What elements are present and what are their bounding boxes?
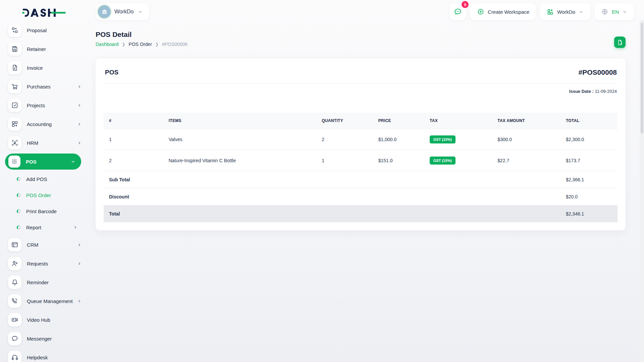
summary-label: Discount <box>104 188 560 205</box>
sidebar: ProposalRetainerInvoicePurchasesProjects… <box>0 20 88 362</box>
chevron-right-icon <box>77 122 82 127</box>
sidebar-item-label: HRM <box>27 140 77 146</box>
chat-bubble-icon <box>453 7 462 16</box>
scrollbar-thumb[interactable] <box>641 23 643 133</box>
page-scrollbar[interactable] <box>640 20 644 362</box>
sidebar-subitem-report[interactable]: Report <box>0 219 88 235</box>
sidebar-item-invoice[interactable]: Invoice <box>0 58 88 77</box>
issue-date: Issue Date : 11-09-2024 <box>104 89 618 94</box>
create-workspace-label: Create Workspace <box>488 9 529 15</box>
sidebar-item-label: Reminder <box>27 280 82 285</box>
column-header: QUANTITY <box>316 113 373 129</box>
message-bubble-icon <box>11 335 18 342</box>
column-header: TAX AMOUNT <box>492 113 560 129</box>
workflow-icon <box>11 26 18 34</box>
language-selector[interactable]: EN <box>594 3 634 20</box>
column-header: ITEMS <box>163 113 317 129</box>
pos-card-title: POS <box>105 69 118 76</box>
language-label: EN <box>612 9 619 15</box>
chevron-right-icon: ❯ <box>155 42 159 47</box>
item-row: 2Nature-Inspired Vitamin C Bottle1$151.0… <box>104 150 618 171</box>
cart-icon <box>11 83 18 90</box>
column-header: TOTAL <box>560 113 618 129</box>
sidebar-subitem-pos-order[interactable]: POS Order <box>0 187 88 203</box>
item-total: $173.7 <box>560 150 618 171</box>
item-tax: GST (15%) <box>424 129 492 150</box>
check-square-icon <box>11 102 18 109</box>
sidebar-item-projects[interactable]: Projects <box>0 96 88 115</box>
page-title: POS Detail <box>96 31 626 39</box>
sidebar-item-label: Video Hub <box>27 317 82 323</box>
sidebar-item-queue-management[interactable]: Queue Management <box>0 292 88 310</box>
sidebar-subitem-print-barcode[interactable]: Print Barcode <box>0 203 88 219</box>
bullet-icon <box>17 209 20 213</box>
item-no: 1 <box>104 129 163 150</box>
chevron-right-icon <box>77 84 82 89</box>
sidebar-subitem-add-pos[interactable]: Add POS <box>0 171 88 187</box>
workdo-menu-label: WorkDo <box>557 9 575 15</box>
breadcrumb-current: #POS00008 <box>162 42 187 47</box>
table-header-row: #ITEMSQUANTITYPRICETAXTAX AMOUNTTOTAL <box>104 113 618 129</box>
circle-plus-icon <box>477 8 484 15</box>
sidebar-item-label: Proposal <box>27 27 82 33</box>
item-name: Valves <box>163 129 317 150</box>
globe-icon <box>601 8 608 15</box>
workspace-name: WorkDo <box>114 9 134 15</box>
sidebar-item-pos[interactable]: POS <box>5 154 81 170</box>
item-total: $2,300.0 <box>560 129 618 150</box>
bullet-icon <box>17 193 20 197</box>
sidebar-item-requests[interactable]: Requests <box>0 254 88 273</box>
sidebar-item-reminder[interactable]: Reminder <box>0 273 88 292</box>
bullet-icon <box>17 226 20 229</box>
sidebar-item-hrm[interactable]: HRM <box>0 133 88 152</box>
item-quantity: 2 <box>316 129 373 150</box>
item-tax-amount: $300.0 <box>492 129 560 150</box>
breadcrumb-dashboard[interactable]: Dashboard <box>96 42 119 47</box>
sidebar-item-helpdesk[interactable]: Helpdesk <box>0 348 88 362</box>
create-workspace-button[interactable]: Create Workspace <box>470 3 536 20</box>
duplicate-pos-button[interactable] <box>614 37 626 48</box>
sidebar-item-accounting[interactable]: Accounting <box>0 115 88 133</box>
sidebar-item-proposal[interactable]: Proposal <box>0 21 88 40</box>
sidebar-item-label: Requests <box>27 261 77 266</box>
summary-value: $2,366.1 <box>560 171 618 188</box>
sidebar-item-retainer[interactable]: Retainer <box>0 40 88 58</box>
workdo-menu-button[interactable]: WorkDo <box>540 3 590 20</box>
item-name: Nature-Inspired Vitamin C Bottle <box>163 150 317 171</box>
item-no: 2 <box>104 150 163 171</box>
sidebar-item-label: Accounting <box>27 121 77 127</box>
headphones-icon <box>11 354 18 361</box>
dots-grid-icon <box>11 158 18 165</box>
sidebar-item-crm[interactable]: CRM <box>0 235 88 254</box>
sidebar-item-label: Messenger <box>27 336 82 342</box>
chat-badge: 0 <box>462 1 469 8</box>
save-icon <box>11 45 18 53</box>
video-camera-icon <box>11 316 18 323</box>
item-price: $151.0 <box>373 150 424 171</box>
workspace-selector[interactable]: WorkDo <box>96 3 149 20</box>
user-plus-icon <box>11 260 18 267</box>
sidebar-item-messenger[interactable]: Messenger <box>0 329 88 348</box>
chevron-right-icon <box>77 103 82 108</box>
summary-row-discount: Discount$20.0 <box>104 188 618 205</box>
item-price: $1,000.0 <box>373 129 424 150</box>
pos-items-table: #ITEMSQUANTITYPRICETAXTAX AMOUNTTOTAL 1V… <box>104 113 618 222</box>
grid-plus-icon <box>547 8 554 15</box>
column-header: # <box>104 113 163 129</box>
sidebar-item-label: Purchases <box>27 84 77 89</box>
breadcrumb-pos-order: POS Order <box>129 42 152 47</box>
chevron-down-icon <box>70 159 76 164</box>
chat-button[interactable]: 0 <box>449 3 466 20</box>
summary-label: Sub Total <box>104 171 560 188</box>
main-content: POS Detail Dashboard ❯ POS Order ❯ #POS0… <box>96 24 626 230</box>
summary-label: Total <box>104 205 560 223</box>
dash-logo <box>22 8 66 17</box>
sidebar-item-label: CRM <box>27 242 77 248</box>
sidebar-item-label: Helpdesk <box>27 355 82 360</box>
sidebar-item-video-hub[interactable]: Video Hub <box>0 310 88 329</box>
pos-detail-card: POS #POS00008 Issue Date : 11-09-2024 #I… <box>96 58 626 230</box>
sidebar-item-purchases[interactable]: Purchases <box>0 77 88 96</box>
sidebar-subitem-label: Add POS <box>26 176 78 182</box>
sidebar-item-label: Invoice <box>27 65 82 71</box>
column-header: PRICE <box>373 113 424 129</box>
